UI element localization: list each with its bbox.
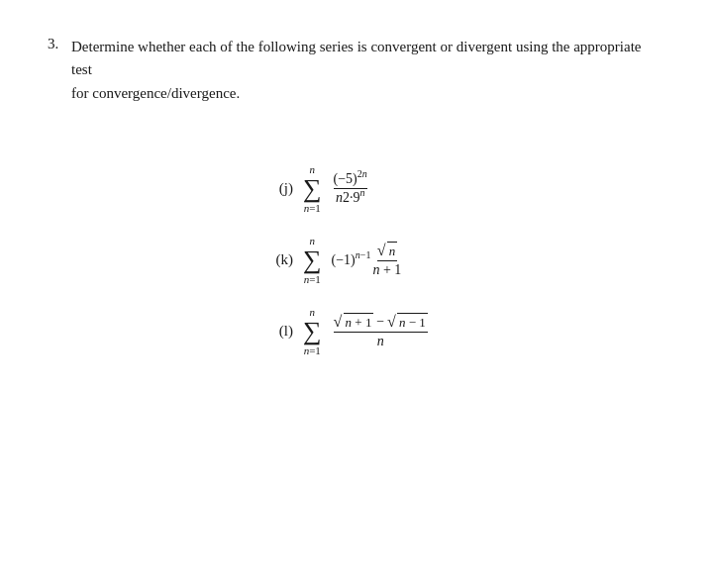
problem-text: Determine whether each of the following … [71, 36, 665, 105]
label-j: (j) [265, 180, 293, 197]
label-k: (k) [265, 251, 293, 268]
problem-number: 3. [48, 36, 71, 52]
page: 3. Determine whether each of the followi… [0, 0, 713, 588]
sigma-j: n ∑ n=1 [303, 164, 322, 214]
series-item-k: (k) n ∑ n=1 (−1)n−1 n n + 1 [265, 236, 403, 285]
fraction-j: (−5)2n n2·9n [334, 171, 367, 206]
sigma-k: n ∑ n=1 [303, 236, 322, 285]
sigma-l: n ∑ n=1 [303, 307, 322, 356]
series-container: (j) n ∑ n=1 (−5)2n n2·9n (k) n ∑ n=1 [265, 164, 665, 356]
series-item-l: (l) n ∑ n=1 n + 1 − n − 1 [265, 307, 430, 356]
fraction-l: n + 1 − n − 1 n [334, 313, 428, 349]
label-l: (l) [265, 323, 293, 340]
series-item-j: (j) n ∑ n=1 (−5)2n n2·9n [265, 164, 369, 214]
expr-k: (−1)n−1 n n + 1 [332, 242, 404, 278]
problem-header: 3. Determine whether each of the followi… [48, 36, 665, 105]
